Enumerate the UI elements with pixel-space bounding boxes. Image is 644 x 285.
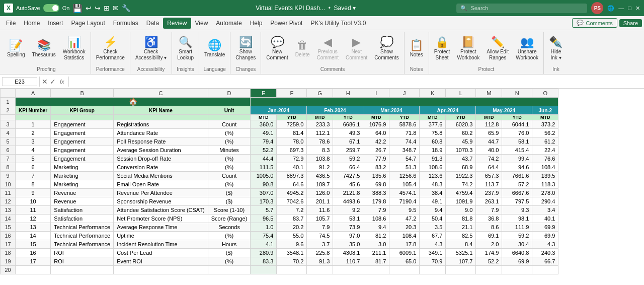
apr-ytd-15[interactable]: 8.4 — [446, 240, 476, 249]
apr-ytd-10[interactable]: 1091.9 — [446, 197, 476, 206]
feb-ytd-14[interactable]: 97.0 — [333, 232, 363, 240]
mar-ytd-1[interactable]: 5878.6 — [389, 120, 420, 129]
kpi-num-8[interactable]: 8 — [16, 180, 51, 189]
formula-input[interactable] — [71, 78, 642, 86]
jun-mtd-5[interactable]: 76.6 — [532, 155, 558, 163]
may-ytd-16[interactable]: 6640.8 — [502, 249, 532, 257]
unit-15[interactable]: Hours — [208, 240, 251, 249]
kpi-group-8[interactable]: Marketing — [51, 180, 114, 189]
row-header-20[interactable]: 20 — [1, 266, 16, 274]
row-header-19[interactable]: 19 — [1, 257, 16, 266]
may-ytd-11[interactable]: 9.3 — [502, 206, 532, 215]
row-header-2[interactable]: 2 — [1, 106, 16, 115]
kpi-group-1[interactable]: Engagement — [51, 120, 114, 129]
globe-icon[interactable]: 🌐 — [607, 5, 614, 12]
more-tools-icon[interactable]: 🔧 — [122, 4, 130, 12]
feb-mtd-17[interactable]: 91.3 — [307, 257, 333, 266]
minimize-btn[interactable]: — — [618, 5, 624, 11]
jan-ytd-7[interactable]: 8897.3 — [277, 172, 307, 180]
jan-ytd-11[interactable]: 7.2 — [277, 206, 307, 215]
kpi-name-8[interactable]: Email Open Rate — [114, 180, 208, 189]
menu-automate[interactable]: Automate — [212, 18, 246, 29]
kpi-name-13[interactable]: Average Response Time — [114, 223, 208, 232]
protect-sheet-btn[interactable]: 🔒 ProtectSheet — [431, 35, 453, 63]
apr-ytd-5[interactable]: 43.7 — [446, 155, 476, 163]
kpi-group-3[interactable]: Engagement — [51, 137, 114, 146]
feb-mtd-2[interactable]: 112.1 — [307, 129, 333, 137]
row-header-10[interactable]: 10 — [1, 180, 16, 189]
mar-mtd-6[interactable]: 83.2 — [363, 163, 389, 172]
may-mtd-10[interactable]: 263.1 — [476, 197, 502, 206]
kpi-name-10[interactable]: Sponsorship Revenue — [114, 197, 208, 206]
kpi-num-17[interactable]: 17 — [16, 257, 51, 266]
undo-btn[interactable]: ↩ — [86, 4, 92, 12]
col-header-J[interactable]: J — [389, 89, 420, 98]
mar-ytd-15[interactable]: 17.8 — [389, 240, 420, 249]
apr-mtd-12[interactable]: 50.4 — [420, 215, 446, 223]
row-header-11[interactable]: 11 — [1, 189, 16, 197]
kpi-group-6[interactable]: Marketing — [51, 163, 114, 172]
smart-lookup-btn[interactable]: 🔍 SmartLookup — [174, 35, 197, 63]
hide-ink-btn[interactable]: ✒️ HideInk ▾ — [546, 35, 566, 63]
unit-2[interactable]: (%) — [208, 129, 251, 137]
kpi-num-13[interactable]: 13 — [16, 223, 51, 232]
mar-ytd-10[interactable]: 7190.4 — [389, 197, 420, 206]
mar-mtd-15[interactable]: 3.0 — [363, 240, 389, 249]
feb-mtd-5[interactable]: 103.8 — [307, 155, 333, 163]
kpi-num-15[interactable]: 15 — [16, 240, 51, 249]
kpi-name-7[interactable]: Social Media Mentions — [114, 172, 208, 180]
feb-mtd-1[interactable]: 233.3 — [307, 120, 333, 129]
feb-ytd-1[interactable]: 6686.1 — [333, 120, 363, 129]
menu-formulas[interactable]: Formulas — [109, 18, 142, 29]
apr-mtd-1[interactable]: 377.6 — [420, 120, 446, 129]
col-header-A[interactable]: A — [16, 89, 51, 98]
close-btn[interactable]: ✕ — [635, 5, 640, 12]
feb-ytd-17[interactable]: 110.7 — [333, 257, 363, 266]
apr-mtd-5[interactable]: 91.3 — [420, 155, 446, 163]
col-header-D[interactable]: D — [208, 89, 251, 98]
row-header-14[interactable]: 14 — [1, 215, 16, 223]
show-comments-btn[interactable]: 💭 ShowComments — [371, 35, 401, 63]
jan-ytd-12[interactable]: 83.7 — [277, 215, 307, 223]
apr-mtd-15[interactable]: 4.3 — [420, 240, 446, 249]
feb-mtd-4[interactable]: 8.3 — [307, 146, 333, 155]
jan-ytd-13[interactable]: 20.2 — [277, 223, 307, 232]
autosave-toggle[interactable] — [43, 4, 59, 12]
mar-ytd-12[interactable]: 47.2 — [389, 215, 420, 223]
feb-ytd-5[interactable]: 59.2 — [333, 155, 363, 163]
apr-ytd-12[interactable]: 81.8 — [446, 215, 476, 223]
feb-mtd-3[interactable]: 78.6 — [307, 137, 333, 146]
kpi-group-9[interactable]: Revenue — [51, 189, 114, 197]
empty-h20[interactable] — [333, 266, 363, 274]
jan-ytd-2[interactable]: 81.4 — [277, 129, 307, 137]
mar-ytd-11[interactable]: 9.5 — [389, 206, 420, 215]
may-ytd-2[interactable]: 76.0 — [502, 129, 532, 137]
kpi-name-17[interactable]: Event ROI — [114, 257, 208, 266]
kpi-num-11[interactable]: 11 — [16, 206, 51, 215]
previous-comment-btn[interactable]: ◀ PreviousComment — [314, 35, 342, 63]
check-performance-btn[interactable]: ⚡ CheckPerformance — [93, 35, 128, 63]
kpi-group-16[interactable]: ROI — [51, 249, 114, 257]
menu-data[interactable]: Data — [142, 18, 163, 29]
translate-btn[interactable]: 🌐 Translate — [201, 38, 228, 60]
menu-home[interactable]: Home — [20, 18, 44, 29]
menu-review[interactable]: Review — [163, 18, 191, 29]
apr-ytd-9[interactable]: 4759.4 — [446, 189, 476, 197]
kpi-num-3[interactable]: 3 — [16, 137, 51, 146]
kpi-num-12[interactable]: 12 — [16, 215, 51, 223]
col-header-K[interactable]: K — [420, 89, 446, 98]
may-ytd-6[interactable]: 94.6 — [502, 163, 532, 172]
kpi-group-14[interactable]: Technical Performance — [51, 232, 114, 240]
feb-mtd-6[interactable]: 91.2 — [307, 163, 333, 172]
mar-mtd-11[interactable]: 7.9 — [363, 206, 389, 215]
col-header-G[interactable]: G — [307, 89, 333, 98]
spreadsheet[interactable]: A B C D E F G H I J K L M N O 1 — [0, 89, 644, 283]
kpi-group-15[interactable]: Technical Performance — [51, 240, 114, 249]
may-ytd-10[interactable]: 797.5 — [502, 197, 532, 206]
unit-14[interactable]: (%) — [208, 232, 251, 240]
row-header-16[interactable]: 16 — [1, 232, 16, 240]
jan-mtd-2[interactable]: 49.1 — [251, 129, 277, 137]
mar-ytd-13[interactable]: 20.3 — [389, 223, 420, 232]
may-ytd-12[interactable]: 98.1 — [502, 215, 532, 223]
kpi-name-12[interactable]: Net Promoter Score (NPS) — [114, 215, 208, 223]
